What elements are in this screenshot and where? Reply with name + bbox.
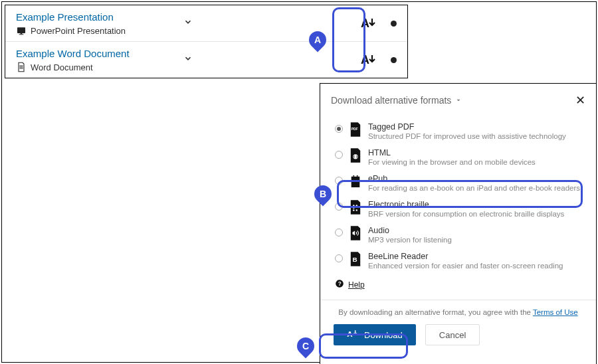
beeline-icon: B	[349, 252, 361, 266]
screenshot-frame: Example Presentation PowerPoint Presenta…	[1, 1, 597, 363]
modal-button-row: A Download Cancel	[320, 316, 596, 355]
file-subtitle-row: Word Document	[16, 62, 177, 72]
terms-text: By downloading an alternative format, yo…	[320, 300, 596, 316]
epub-icon	[349, 174, 361, 189]
download-button[interactable]: A Download	[334, 324, 416, 345]
file-subtitle: PowerPoint Presentation	[31, 26, 126, 36]
format-name: Tagged PDF	[368, 122, 566, 132]
svg-text:A: A	[347, 329, 353, 337]
format-name: BeeLine Reader	[368, 252, 563, 261]
status-indicator-icon	[391, 21, 397, 27]
svg-text:B: B	[353, 256, 357, 264]
svg-point-8	[353, 207, 354, 209]
format-desc: For viewing in the browser and on mobile…	[368, 158, 536, 166]
radio-input[interactable]	[335, 125, 343, 133]
cancel-button[interactable]: Cancel	[425, 324, 480, 345]
modal-header: Download alternative formats ✕	[320, 84, 596, 110]
svg-text:A: A	[361, 53, 369, 66]
html-icon	[349, 148, 361, 163]
alternative-formats-icon[interactable]: A	[360, 52, 377, 68]
radio-input[interactable]	[335, 151, 343, 159]
format-desc: Enhanced version for easier and faster o…	[368, 262, 563, 270]
close-icon[interactable]: ✕	[575, 93, 585, 108]
svg-rect-1	[21, 33, 23, 34]
format-list: PDF Tagged PDF Structured PDF for improv…	[320, 110, 596, 274]
radio-input[interactable]	[335, 254, 343, 262]
download-a-icon: A	[347, 329, 359, 341]
format-option-epub[interactable]: ePub For reading as an e-book on an iPad…	[332, 170, 584, 196]
format-desc: BRF version for consumption on electroni…	[368, 210, 564, 218]
file-list-panel: Example Presentation PowerPoint Presenta…	[5, 5, 408, 78]
format-desc: For reading as an e-book on an iPad and …	[368, 184, 580, 192]
help-icon: ?	[335, 279, 344, 290]
svg-text:?: ?	[338, 281, 342, 287]
callout-label-c: C	[294, 334, 318, 359]
format-name: ePub	[368, 174, 580, 183]
file-title[interactable]: Example Word Document	[16, 47, 177, 60]
file-row: Example Presentation PowerPoint Presenta…	[5, 5, 407, 41]
format-desc: Structured PDF for improved use with ass…	[368, 132, 566, 140]
format-name: Electronic braille	[368, 200, 564, 209]
radio-input[interactable]	[335, 177, 343, 185]
help-link[interactable]: Help	[348, 280, 365, 290]
ppt-icon	[16, 25, 27, 36]
radio-input[interactable]	[335, 228, 343, 236]
format-desc: MP3 version for listening	[368, 236, 452, 244]
svg-text:A: A	[361, 17, 369, 30]
alternative-formats-modal: Download alternative formats ✕ PDF Tagge…	[320, 83, 597, 364]
pdf-icon: PDF	[349, 122, 361, 137]
expand-chevron-icon[interactable]	[183, 17, 193, 29]
svg-text:PDF: PDF	[351, 128, 358, 131]
svg-rect-0	[17, 27, 25, 33]
file-row: Example Word Document Word Document A	[5, 41, 407, 78]
download-label: Download	[364, 330, 403, 340]
svg-point-10	[356, 205, 357, 206]
terms-prefix: By downloading an alternative format, yo…	[338, 308, 533, 316]
format-option-tagged-pdf[interactable]: PDF Tagged PDF Structured PDF for improv…	[332, 118, 584, 144]
format-option-html[interactable]: HTML For viewing in the browser and on m…	[332, 144, 584, 170]
format-option-braille[interactable]: Electronic braille BRF version for consu…	[332, 196, 584, 222]
file-title[interactable]: Example Presentation	[16, 11, 177, 24]
cancel-label: Cancel	[439, 330, 466, 340]
file-subtitle-row: PowerPoint Presentation	[16, 25, 177, 36]
file-info: Example Word Document Word Document	[16, 47, 177, 72]
status-indicator-icon	[391, 57, 397, 63]
expand-chevron-icon[interactable]	[183, 54, 193, 66]
file-subtitle: Word Document	[31, 62, 93, 72]
format-option-audio[interactable]: Audio MP3 version for listening	[332, 222, 584, 248]
radio-input[interactable]	[335, 203, 343, 211]
format-name: Audio	[368, 226, 452, 235]
svg-point-11	[356, 209, 357, 211]
help-row: ? Help	[320, 274, 596, 296]
alternative-formats-icon[interactable]: A	[360, 15, 377, 31]
dropdown-caret-icon[interactable]	[455, 95, 462, 106]
modal-title: Download alternative formats	[331, 95, 451, 106]
braille-icon	[349, 200, 361, 215]
terms-link[interactable]: Terms of Use	[533, 308, 578, 316]
format-option-beeline[interactable]: B BeeLine Reader Enhanced version for ea…	[332, 248, 584, 274]
format-name: HTML	[368, 148, 536, 157]
svg-rect-2	[19, 34, 24, 35]
file-info: Example Presentation PowerPoint Presenta…	[16, 11, 177, 36]
audio-icon	[349, 226, 361, 240]
doc-icon	[16, 62, 27, 72]
svg-point-9	[353, 209, 354, 211]
svg-point-7	[353, 205, 354, 206]
